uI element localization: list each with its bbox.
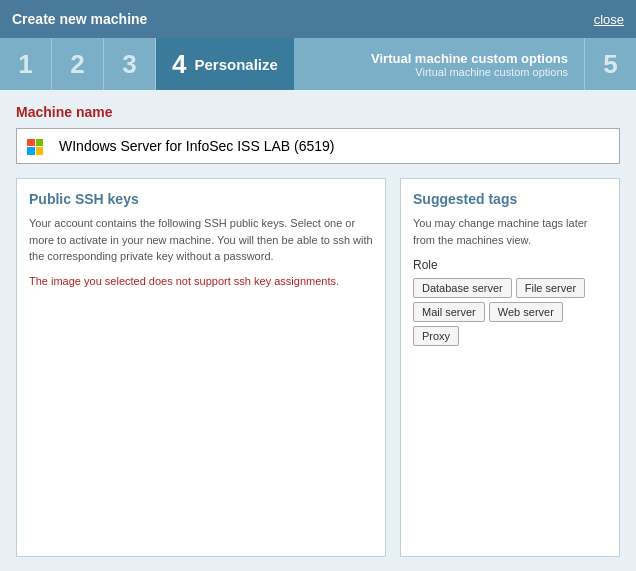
step-2[interactable]: 2 <box>52 38 104 90</box>
machine-name-value: WIndows Server for InfoSec ISS LAB (6519… <box>59 138 334 154</box>
step-4-active: 4 Personalize <box>156 38 294 90</box>
ssh-section: Public SSH keys Your account contains th… <box>16 178 386 557</box>
role-label: Role <box>413 258 607 272</box>
ssh-title: Public SSH keys <box>29 191 373 207</box>
main-content: Machine name WIndows Server for InfoSec … <box>0 90 636 571</box>
tag-item[interactable]: Database server <box>413 278 512 298</box>
windows-icon <box>27 137 51 155</box>
tag-item[interactable]: Proxy <box>413 326 459 346</box>
step-5[interactable]: 5 <box>584 38 636 90</box>
ssh-warning: The image you selected does not support … <box>29 273 373 290</box>
header-title: Create new machine <box>12 11 147 27</box>
step-1[interactable]: 1 <box>0 38 52 90</box>
tag-item[interactable]: Mail server <box>413 302 485 322</box>
step-info: Virtual machine custom options Virtual m… <box>294 38 584 90</box>
tags-title: Suggested tags <box>413 191 607 207</box>
tag-item[interactable]: File server <box>516 278 585 298</box>
tags-container: Database serverFile serverMail serverWeb… <box>413 278 607 346</box>
ssh-description: Your account contains the following SSH … <box>29 215 373 265</box>
close-button[interactable]: close <box>594 12 624 27</box>
machine-name-label: Machine name <box>16 104 620 120</box>
header: Create new machine close <box>0 0 636 38</box>
step-3[interactable]: 3 <box>104 38 156 90</box>
machine-name-field[interactable]: WIndows Server for InfoSec ISS LAB (6519… <box>16 128 620 164</box>
tags-section: Suggested tags You may change machine ta… <box>400 178 620 557</box>
steps-bar: 1 2 3 4 Personalize Virtual machine cust… <box>0 38 636 90</box>
two-columns: Public SSH keys Your account contains th… <box>16 178 620 557</box>
tag-item[interactable]: Web server <box>489 302 563 322</box>
tags-note: You may change machine tags later from t… <box>413 215 607 248</box>
